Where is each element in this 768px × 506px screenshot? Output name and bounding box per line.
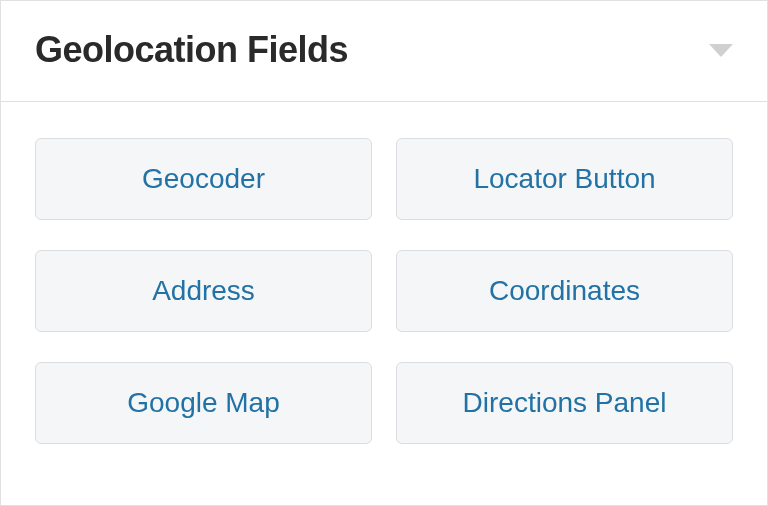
geolocation-fields-panel: Geolocation Fields Geocoder Locator Butt… [0, 0, 768, 506]
field-label: Address [152, 275, 255, 307]
field-address-button[interactable]: Address [35, 250, 372, 332]
field-label: Coordinates [489, 275, 640, 307]
field-label: Locator Button [473, 163, 655, 195]
field-label: Directions Panel [463, 387, 667, 419]
field-label: Google Map [127, 387, 280, 419]
chevron-down-icon[interactable] [709, 44, 733, 57]
field-locator-button[interactable]: Locator Button [396, 138, 733, 220]
field-label: Geocoder [142, 163, 265, 195]
panel-header[interactable]: Geolocation Fields [1, 1, 767, 102]
field-coordinates-button[interactable]: Coordinates [396, 250, 733, 332]
panel-title: Geolocation Fields [35, 29, 348, 71]
field-directions-panel-button[interactable]: Directions Panel [396, 362, 733, 444]
field-google-map-button[interactable]: Google Map [35, 362, 372, 444]
field-grid: Geocoder Locator Button Address Coordina… [35, 138, 733, 444]
panel-body: Geocoder Locator Button Address Coordina… [1, 102, 767, 480]
field-geocoder-button[interactable]: Geocoder [35, 138, 372, 220]
